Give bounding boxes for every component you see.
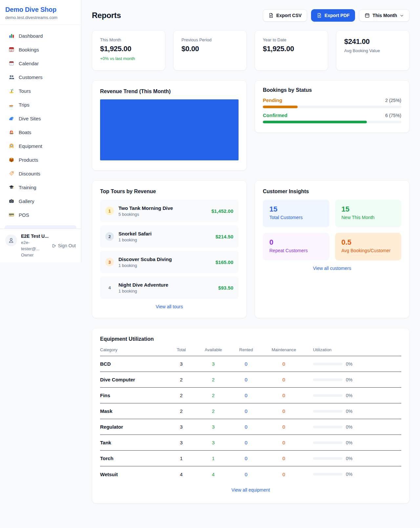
sign-out-button[interactable]: Sign Out bbox=[51, 243, 76, 248]
shop-name: Demo Dive Shop bbox=[5, 6, 76, 13]
utilization-track bbox=[313, 410, 343, 413]
sidebar-item-selected-partial[interactable] bbox=[5, 225, 76, 229]
tour-name: Night Dive Adventure bbox=[118, 282, 214, 288]
utilization-track bbox=[313, 457, 343, 460]
rank-badge: 1 bbox=[105, 207, 114, 215]
status-count: 2 (25%) bbox=[385, 98, 401, 103]
equipment-row: Torch 1 1 0 0 0% bbox=[100, 451, 401, 466]
stat-delta: +0% vs last month bbox=[100, 56, 157, 61]
equipment-category: Fins bbox=[100, 393, 166, 398]
card-title: Revenue Trend (This Month) bbox=[100, 89, 239, 94]
status-progress-track bbox=[263, 121, 401, 123]
tour-amount: $93.50 bbox=[218, 285, 233, 291]
insight-tile: 0.5 Avg Bookings/Customer bbox=[335, 233, 402, 260]
tour-list: 1 Two Tank Morning Dive 5 bookings $1,45… bbox=[100, 200, 239, 299]
sidebar-item-trips[interactable]: Trips bbox=[4, 98, 77, 111]
tour-row: 3 Discover Scuba Diving 1 booking $165.0… bbox=[100, 251, 239, 273]
stat-label: Previous Period bbox=[181, 37, 239, 42]
sidebar-item-gallery[interactable]: Gallery bbox=[4, 195, 77, 207]
status-progress-track bbox=[263, 106, 401, 108]
sidebar-item-boats[interactable]: Boats bbox=[4, 126, 77, 138]
sidebar-item-label: Gallery bbox=[19, 198, 34, 204]
sidebar-item-dashboard[interactable]: Dashboard bbox=[4, 30, 77, 42]
card-title: Top Tours by Revenue bbox=[100, 189, 239, 194]
sidebar-item-label: Calendar bbox=[19, 61, 39, 66]
sidebar-item-equipment[interactable]: Equipment bbox=[4, 140, 77, 152]
sidebar-item-label: Dive Sites bbox=[19, 116, 41, 121]
equipment-total: 3 bbox=[166, 361, 197, 367]
tour-amount: $165.00 bbox=[216, 259, 233, 265]
sidebar-item-calendar[interactable]: Calendar bbox=[4, 57, 77, 70]
column-header: Utilization bbox=[305, 347, 401, 352]
avatar bbox=[5, 234, 17, 246]
sidebar: Demo Dive Shop demo.test.divestreams.com… bbox=[0, 0, 81, 262]
insight-value: 15 bbox=[342, 205, 395, 213]
shop-domain: demo.test.divestreams.com bbox=[5, 15, 76, 20]
stat-card-this-month: This Month $1,925.00 +0% vs last month bbox=[92, 30, 165, 71]
stat-label: Year to Date bbox=[263, 37, 320, 42]
rank-badge: 4 bbox=[105, 283, 114, 292]
brand: Demo Dive Shop demo.test.divestreams.com bbox=[0, 0, 81, 25]
sidebar-item-label: Equipment bbox=[19, 143, 42, 149]
period-selector[interactable]: This Month bbox=[359, 9, 410, 22]
card-title: Customer Insights bbox=[263, 189, 401, 194]
equipment-total: 4 bbox=[166, 472, 197, 477]
equipment-rented: 0 bbox=[230, 456, 262, 461]
equipment-row: Dive Computer 2 2 0 0 0% bbox=[100, 372, 401, 388]
dashboard-icon bbox=[9, 33, 14, 39]
equipment-category: Tank bbox=[100, 440, 166, 445]
sidebar-item-dive-sites[interactable]: Dive Sites bbox=[4, 112, 77, 125]
sidebar-item-discounts[interactable]: Discounts bbox=[4, 167, 77, 180]
export-pdf-button[interactable]: Export PDF bbox=[311, 9, 355, 22]
utilization-percent: 0% bbox=[346, 361, 352, 367]
sidebar-item-pos[interactable]: POS bbox=[4, 209, 77, 221]
equipment-rented: 0 bbox=[230, 361, 262, 367]
tour-bookings: 1 booking bbox=[118, 237, 211, 242]
sidebar-item-tours[interactable]: Tours bbox=[4, 85, 77, 97]
column-header: Available bbox=[197, 347, 230, 352]
equipment-total: 2 bbox=[166, 377, 197, 382]
logout-icon bbox=[51, 243, 56, 248]
stat-value: $1,925.00 bbox=[263, 45, 320, 53]
export-csv-button[interactable]: Export CSV bbox=[263, 9, 307, 22]
column-header: Category bbox=[100, 347, 166, 352]
tour-bookings: 5 bookings bbox=[118, 212, 207, 217]
stat-card-avg-booking-value: $241.00 Avg Booking Value bbox=[336, 30, 410, 71]
utilization-percent: 0% bbox=[346, 440, 352, 445]
insight-tile: 0 Repeat Customers bbox=[263, 233, 329, 260]
tour-row: 1 Two Tank Morning Dive 5 bookings $1,45… bbox=[100, 200, 239, 222]
equipment-available: 3 bbox=[197, 424, 230, 430]
utilization-track bbox=[313, 363, 343, 365]
sidebar-item-bookings[interactable]: Bookings bbox=[4, 43, 77, 56]
equipment-maintenance: 0 bbox=[262, 456, 305, 461]
sidebar-item-label: Trips bbox=[19, 102, 30, 108]
sidebar-item-label: Boats bbox=[19, 130, 31, 135]
view-all-customers-link[interactable]: View all customers bbox=[263, 266, 401, 271]
sidebar-item-label: Products bbox=[19, 157, 38, 163]
equipment-total: 2 bbox=[166, 393, 197, 398]
equipment-row: Regulator 3 3 0 0 0% bbox=[100, 419, 401, 435]
sidebar-item-training[interactable]: Training bbox=[4, 181, 77, 193]
bookings-by-status-card: Bookings by Status Pending 2 (25%) Confi… bbox=[255, 80, 410, 133]
status-count: 6 (75%) bbox=[385, 113, 401, 118]
tour-bookings: 1 booking bbox=[118, 263, 211, 268]
discounts-icon bbox=[9, 171, 14, 176]
equipment-row: Fins 2 2 0 0 0% bbox=[100, 388, 401, 403]
card-title: Bookings by Status bbox=[263, 87, 401, 93]
sidebar-item-label: Discounts bbox=[19, 171, 40, 176]
customer-insights-card: Customer Insights 15 Total Customers 15 … bbox=[255, 180, 410, 318]
sidebar-item-products[interactable]: Products bbox=[4, 153, 77, 166]
trips-icon bbox=[9, 102, 14, 108]
sidebar-item-customers[interactable]: Customers bbox=[4, 71, 77, 83]
utilization-percent: 0% bbox=[346, 377, 352, 382]
training-icon bbox=[9, 184, 14, 190]
insight-tile: 15 New This Month bbox=[335, 200, 402, 227]
calendar-icon bbox=[365, 13, 370, 18]
equipment-category: Wetsuit bbox=[100, 472, 166, 477]
equipment-rented: 0 bbox=[230, 393, 262, 398]
utilization-track bbox=[313, 441, 343, 444]
view-all-tours-link[interactable]: View all tours bbox=[100, 304, 239, 309]
status-label: Confirmed bbox=[263, 112, 287, 118]
rank-badge: 2 bbox=[105, 232, 114, 241]
view-all-equipment-link[interactable]: View all equipment bbox=[100, 487, 401, 493]
